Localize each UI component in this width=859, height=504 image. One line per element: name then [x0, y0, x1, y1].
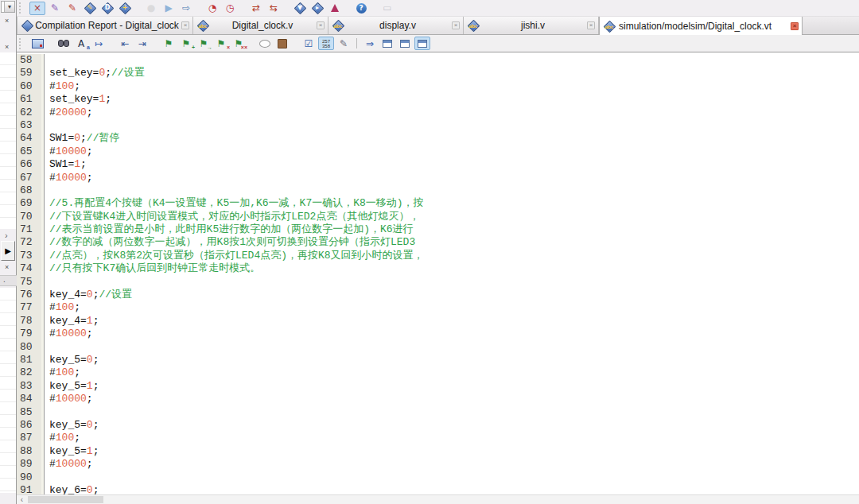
code-line[interactable]: 68: [17, 184, 859, 197]
window-icon-3[interactable]: [414, 37, 430, 50]
toggle-bookmark-icon[interactable]: ⚑: [161, 37, 177, 50]
code-line[interactable]: 86key_5=0;: [17, 419, 859, 432]
code-editor[interactable]: 5859set_key=0;//设置60#100;61set_key=1;62#…: [17, 52, 859, 504]
code-line[interactable]: 82#100;: [17, 366, 859, 379]
delete-all-bookmarks-icon[interactable]: ⚑××: [231, 37, 247, 50]
tab-close-icon[interactable]: ×: [317, 21, 325, 29]
code-line[interactable]: 91key_6=0;: [17, 484, 859, 494]
expand-panel-button[interactable]: ▶: [1, 241, 15, 261]
tab-close-icon[interactable]: ×: [587, 21, 595, 29]
code-line[interactable]: 75: [17, 276, 859, 289]
tab-jishi-v[interactable]: abcjishi.v×: [464, 17, 599, 34]
diamond-shape: ✎: [84, 2, 96, 14]
editor-display-icon[interactable]: [29, 37, 45, 50]
tab-close-icon[interactable]: ×: [452, 21, 460, 29]
tech-map-viewer-icon[interactable]: ⇆: [266, 2, 282, 15]
toolbar-grip[interactable]: [19, 38, 24, 49]
line-numbers-icon[interactable]: 257358: [318, 37, 334, 50]
code-line[interactable]: 58: [17, 54, 859, 67]
outdent-icon[interactable]: ⇥: [134, 37, 150, 50]
code-line[interactable]: 88key_5=1;: [17, 445, 859, 458]
edit-wand-icon[interactable]: ✎: [47, 2, 63, 15]
code-line[interactable]: 73//点亮），按K8第2次可设置秒（指示灯LED4点亮)，再按K8又回到小时的…: [17, 250, 859, 262]
timing-analyzer-icon[interactable]: ◔: [204, 2, 220, 15]
scroll-left-arrow-icon[interactable]: ‹: [17, 495, 27, 504]
next-bookmark-icon[interactable]: ⚑→: [196, 37, 212, 50]
code-line[interactable]: 65#10000;: [17, 145, 859, 158]
tab-digital-clock-vt[interactable]: abcsimulation/modelsim/Digital_clock.vt×: [599, 17, 803, 35]
tab-close-icon[interactable]: ×: [791, 22, 799, 30]
find-icon[interactable]: [56, 37, 72, 50]
find-replace-icon[interactable]: Aa: [73, 37, 89, 50]
code-line[interactable]: 61set_key=1;: [17, 93, 859, 106]
insert-template-icon[interactable]: ⇒: [362, 37, 378, 50]
indent-icon[interactable]: ⇤: [117, 37, 133, 50]
code-line[interactable]: 85: [17, 406, 859, 419]
code-line[interactable]: 77#100;: [17, 301, 859, 314]
window-icon-2[interactable]: [397, 37, 413, 50]
rapid-recompile-icon[interactable]: ⇨: [178, 2, 194, 15]
main-toolbar: ×✎✎✎D+●▶⇨◔◷⇄⇆▼▸?▭: [17, 0, 859, 17]
code-line[interactable]: 87#100;: [17, 432, 859, 444]
device-settings-icon[interactable]: D: [99, 2, 115, 15]
code-segment: 10000: [56, 328, 87, 339]
red-pencil-icon[interactable]: ✎: [64, 2, 80, 15]
code-line[interactable]: 71//表示当前设置的是小时，此时用K5进行数字的加（两位数字一起加)，K6进行: [17, 223, 859, 236]
delete-bookmark-icon[interactable]: ⚑×: [213, 37, 229, 50]
stop-processing-icon[interactable]: ●: [143, 2, 159, 15]
code-line[interactable]: 66SW1=1;: [17, 158, 859, 171]
code-line[interactable]: 74//只有按下K7确认后回到时钟正常走时模式。: [17, 262, 859, 275]
scrollbar-thumb[interactable]: [28, 496, 103, 503]
start-compilation-icon[interactable]: ▶: [161, 2, 177, 15]
stamp-icon[interactable]: ✎: [336, 37, 352, 50]
code-line[interactable]: 78key_4=1;: [17, 315, 859, 328]
code-line[interactable]: 59set_key=0;//设置: [17, 67, 859, 79]
code-line[interactable]: 72//数字的减（两位数字一起减），用K8按1次则可切换到设置分钟（指示灯LED…: [17, 236, 859, 249]
goto-line-icon[interactable]: ↦: [91, 37, 107, 50]
panel-close-icon[interactable]: ×: [5, 17, 9, 25]
code-line[interactable]: 80: [17, 341, 859, 354]
stopwatch-icon[interactable]: ◷: [222, 2, 238, 15]
window-icon-1[interactable]: [379, 37, 395, 50]
tab-close-icon[interactable]: ×: [181, 21, 189, 29]
help-icon[interactable]: ?: [353, 2, 369, 15]
code-line[interactable]: 89#10000;: [17, 458, 859, 471]
code-line[interactable]: 79#10000;: [17, 328, 859, 340]
analyze-current-file-icon[interactable]: ☑: [301, 37, 317, 50]
toolbar-grip[interactable]: [19, 2, 24, 14]
programmer-icon[interactable]: ▼: [292, 2, 308, 15]
rtl-viewer-icon[interactable]: ⇄: [248, 2, 264, 15]
panel-close-icon[interactable]: ×: [5, 264, 9, 271]
selected-tool-icon[interactable]: ×: [29, 2, 45, 15]
code-line[interactable]: 84#10000;: [17, 393, 859, 405]
horizontal-scrollbar[interactable]: ‹: [17, 494, 859, 504]
add-bookmark-icon[interactable]: ⚑+: [178, 37, 194, 50]
feedback-icon[interactable]: ▭: [379, 2, 395, 15]
tab-digital-clock-v[interactable]: abcDigital_clock.v×: [193, 17, 328, 34]
code-line[interactable]: 67#10000;: [17, 172, 859, 184]
comment-icon[interactable]: [257, 37, 273, 50]
signal-tap-icon[interactable]: ▸: [309, 2, 325, 15]
code-line[interactable]: 81key_5=0;: [17, 354, 859, 366]
tab-display-v[interactable]: abcdisplay.v×: [328, 17, 464, 34]
pin-planner-icon[interactable]: +: [117, 2, 133, 15]
code-segment: //5.再配置4个按键（K4一设置键，K5一加,K6一减，K7一确认，K8一移动…: [49, 197, 424, 209]
code-line[interactable]: 90: [17, 471, 859, 484]
chevron-down-icon[interactable]: ▾: [4, 2, 14, 12]
assignment-editor-icon[interactable]: ✎: [82, 2, 98, 15]
left-panel-combobox[interactable]: ▾: [1, 1, 15, 13]
code-line[interactable]: 60#100;: [17, 80, 859, 93]
code-line[interactable]: 83key_5=1;: [17, 380, 859, 393]
code-segment: #: [49, 432, 56, 444]
code-line[interactable]: 64SW1=0;//暂停: [17, 132, 859, 145]
system-builder-icon[interactable]: [327, 2, 343, 15]
code-line[interactable]: 76key_4=0;//设置: [17, 289, 859, 301]
uncomment-icon[interactable]: [274, 37, 290, 50]
code-line[interactable]: 69//5.再配置4个按键（K4一设置键，K5一加,K6一减，K7一确认，K8一…: [17, 197, 859, 210]
code-line[interactable]: 63: [17, 119, 859, 132]
code-line[interactable]: 62#20000;: [17, 107, 859, 119]
code-line[interactable]: 70//下设置键K4进入时间设置模式，对应的小时指示灯LED2点亮（其他灯熄灭）…: [17, 211, 859, 223]
panel-close-icon[interactable]: ×: [5, 44, 9, 51]
tab-compilation-report[interactable]: Compilation Report - Digital_clock×: [17, 17, 193, 34]
chevron-right-icon: ›: [5, 231, 8, 240]
